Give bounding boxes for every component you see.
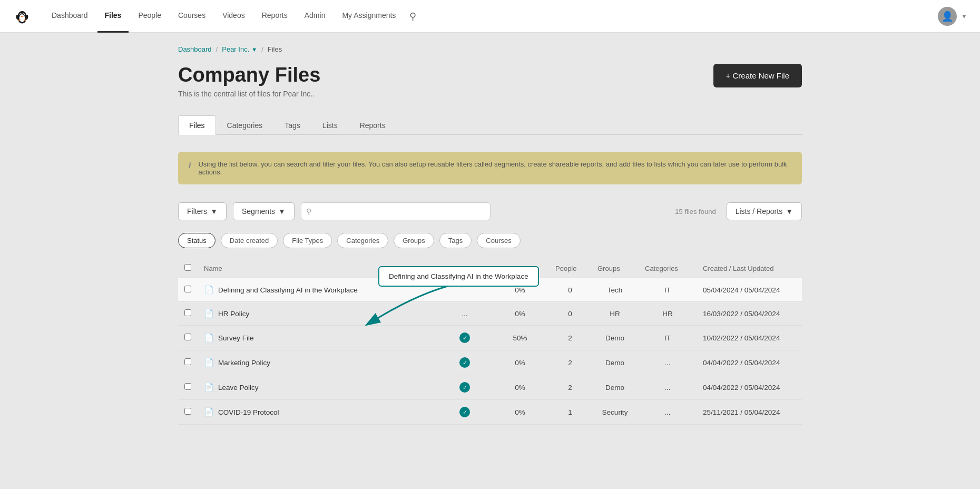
table-row: 📄COVID-19 Protocol✓0%1Security...25/11/2… (178, 400, 802, 425)
chip-file-types[interactable]: File Types (283, 233, 332, 248)
file-name: Leave Policy (218, 384, 259, 392)
avatar[interactable]: 👤 (938, 7, 957, 26)
chip-groups[interactable]: Groups (394, 233, 434, 248)
file-categories: IT (639, 326, 697, 350)
row-checkbox[interactable] (184, 383, 191, 390)
info-banner-text: Using the list below, you can search and… (198, 160, 791, 176)
file-completion: 0% (491, 302, 549, 326)
file-icon: 📄 (204, 285, 214, 295)
chip-tags[interactable]: Tags (439, 233, 472, 248)
file-name-link[interactable]: 📄HR Policy (204, 309, 432, 318)
breadcrumb-sep-1: / (216, 45, 218, 53)
th-name: Name (198, 259, 438, 278)
nav-reports[interactable]: Reports (254, 0, 295, 33)
file-categories: IT (639, 278, 697, 302)
file-completion: 0% (491, 278, 549, 302)
chip-status[interactable]: Status (178, 233, 215, 248)
search-input[interactable] (301, 202, 491, 220)
nav-videos[interactable]: Videos (215, 0, 252, 33)
nav-my-assignments[interactable]: My Assignments (335, 0, 403, 33)
tab-tags[interactable]: Tags (273, 115, 311, 135)
table-row: 📄Marketing Policy✓0%2Demo...04/04/2022 /… (178, 350, 802, 375)
chip-date-created[interactable]: Date created (221, 233, 278, 248)
select-all-checkbox[interactable] (184, 264, 191, 271)
file-name-link[interactable]: 📄COVID-19 Protocol (204, 407, 432, 417)
row-checkbox[interactable] (184, 286, 191, 292)
file-table: Name Published Completion People Groups … (178, 259, 802, 425)
file-created: 10/02/2022 / 05/04/2024 (697, 326, 802, 350)
nav-admin[interactable]: Admin (297, 0, 333, 33)
segments-chevron-icon: ▼ (278, 207, 286, 216)
row-checkbox[interactable] (184, 309, 191, 316)
file-icon: 📄 (204, 358, 214, 367)
tab-lists[interactable]: Lists (311, 115, 349, 135)
info-banner: i Using the list below, you can search a… (178, 152, 802, 184)
file-published: ✓ (438, 350, 491, 375)
chip-categories[interactable]: Categories (337, 233, 388, 248)
file-completion: 0% (491, 375, 549, 400)
file-name-link[interactable]: 📄Leave Policy (204, 383, 432, 392)
tab-reports[interactable]: Reports (349, 115, 397, 135)
file-completion: 0% (491, 350, 549, 375)
file-name: HR Policy (218, 310, 249, 318)
nav-links: Dashboard Files People Courses Videos Re… (44, 0, 938, 33)
search-icon[interactable]: ⚲ (409, 11, 416, 22)
file-name-link[interactable]: 📄Survey File (204, 333, 432, 343)
file-icon: 📄 (204, 333, 214, 343)
nav-dashboard[interactable]: Dashboard (44, 0, 95, 33)
file-groups: HR (591, 302, 639, 326)
nav-files[interactable]: Files (97, 0, 129, 33)
row-checkbox[interactable] (184, 358, 191, 365)
file-categories: HR (639, 302, 697, 326)
filter-bar: Filters ▼ Segments ▼ ⚲ 15 files found Li… (178, 197, 802, 226)
chip-courses[interactable]: Courses (477, 233, 520, 248)
file-completion: 50% (491, 326, 549, 350)
filters-button[interactable]: Filters ▼ (178, 202, 227, 220)
file-created: 04/04/2022 / 05/04/2024 (697, 375, 802, 400)
file-created: 04/04/2022 / 05/04/2024 (697, 350, 802, 375)
page-subtitle: This is the central list of files for Pe… (178, 90, 320, 98)
row-checkbox[interactable] (184, 408, 191, 415)
breadcrumb-dashboard[interactable]: Dashboard (178, 45, 212, 53)
tab-categories[interactable]: Categories (216, 115, 274, 135)
nav-people[interactable]: People (131, 0, 169, 33)
svg-point-4 (20, 14, 21, 15)
breadcrumb-sep-2: / (261, 45, 263, 53)
file-created: 25/11/2021 / 05/04/2024 (697, 400, 802, 425)
file-people: 0 (549, 278, 591, 302)
page-header-left: Company Files This is the central list o… (178, 64, 320, 98)
file-name-link[interactable]: 📄Defining and Classifying AI in the Work… (204, 285, 432, 295)
file-name: Marketing Policy (218, 359, 270, 367)
create-new-file-button[interactable]: + Create New File (713, 64, 802, 87)
avatar-dropdown-icon[interactable]: ▼ (961, 13, 967, 20)
published-check-icon: ✓ (459, 332, 470, 343)
file-name-link[interactable]: 📄Marketing Policy (204, 358, 432, 367)
segments-button[interactable]: Segments ▼ (233, 202, 295, 220)
file-groups: Demo (591, 350, 639, 375)
row-checkbox[interactable] (184, 334, 191, 340)
lists-reports-button[interactable]: Lists / Reports ▼ (727, 202, 802, 220)
file-published: ✓ (438, 326, 491, 350)
file-categories: ... (639, 400, 697, 425)
search-icon-inner: ⚲ (306, 207, 311, 216)
file-people: 0 (549, 302, 591, 326)
nav-courses[interactable]: Courses (171, 0, 213, 33)
navbar: Dashboard Files People Courses Videos Re… (0, 0, 980, 33)
file-icon: 📄 (204, 407, 214, 417)
file-groups: Demo (591, 326, 639, 350)
table-row: 📄Defining and Classifying AI in the Work… (178, 278, 802, 302)
file-groups: Tech (591, 278, 639, 302)
search-wrap: ⚲ (301, 202, 491, 220)
filter-chips: Status Date created File Types Categorie… (178, 233, 802, 248)
file-name: COVID-19 Protocol (218, 408, 279, 416)
breadcrumb-org-chevron: ▼ (251, 46, 257, 53)
file-people: 1 (549, 400, 591, 425)
breadcrumb-org[interactable]: Pear Inc. ▼ (222, 45, 257, 53)
tab-files[interactable]: Files (178, 115, 216, 135)
info-icon: i (189, 161, 191, 170)
th-groups: Groups (591, 259, 639, 278)
published-check-icon: ✓ (459, 407, 470, 417)
file-groups: Demo (591, 375, 639, 400)
lists-reports-label: Lists / Reports (736, 207, 782, 216)
table-row: 📄Survey File✓50%2DemoIT10/02/2022 / 05/0… (178, 326, 802, 350)
